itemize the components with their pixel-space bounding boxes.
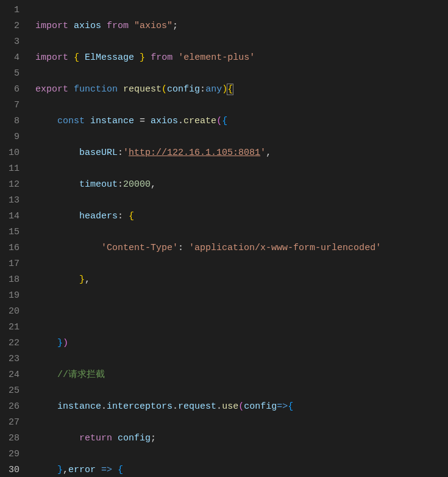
property: interceptors [107,401,172,412]
line-number: 12 [4,177,20,193]
line-number: 18 [4,272,20,288]
line-number: 26 [4,399,20,415]
code-line[interactable]: timeout:20000, [35,177,381,193]
line-number: 1 [4,2,20,18]
code-line[interactable]: baseURL:'http://122.16.1.105:8081', [35,145,381,161]
code-area[interactable]: import axios from "axios"; import { ElMe… [27,0,381,477]
code-line[interactable]: },error => { [35,462,381,477]
identifier: config [118,433,151,443]
line-number: 28 [4,431,20,447]
line-number: 10 [4,145,20,161]
line-number: 22 [4,335,20,351]
line-number: 23 [4,351,20,367]
line-number: 8 [4,113,20,129]
string-literal: 'Content-Type' [101,243,178,253]
code-line[interactable]: return config; [35,431,381,447]
line-number: 29 [4,447,20,462]
line-number: 11 [4,161,20,177]
string-quote: ' [123,148,129,158]
string-quote: ' [260,148,266,158]
line-number: 25 [4,383,20,399]
code-line[interactable]: import axios from "axios"; [35,18,381,34]
param: config [244,401,277,412]
string-literal: "axios" [134,21,172,31]
line-number: 27 [4,415,20,431]
keyword-from: from [107,21,129,31]
code-line[interactable]: }) [35,335,381,351]
code-line[interactable]: }, [35,272,381,288]
line-number: 3 [4,34,20,50]
keyword-from: from [151,52,172,63]
function-name: request [123,84,162,95]
line-number: 2 [4,18,20,34]
url-string: http://122.16.1.105:8081 [129,148,260,158]
identifier: ElMessage [85,52,134,63]
line-number: 24 [4,367,20,383]
string-literal: 'element-plus' [178,52,255,63]
line-number: 17 [4,256,20,272]
property: headers [79,211,118,221]
line-number: 16 [4,240,20,256]
type-any: any [205,84,222,95]
line-number-gutter: 1234567891011121314151617181920212223242… [0,0,27,477]
identifier: axios [151,116,178,126]
cursor: { [227,84,233,95]
param: config [167,84,200,95]
line-number: 13 [4,193,20,209]
keyword-return: return [79,433,112,443]
identifier: instance [57,401,101,412]
keyword-import: import [35,21,68,31]
comment: //请求拦截 [57,370,105,380]
keyword-const: const [57,116,85,126]
keyword-export: export [35,84,68,95]
property: baseURL [79,148,118,158]
identifier: axios [74,21,101,31]
line-number: 4 [4,50,20,66]
code-line[interactable]: headers: { [35,209,381,224]
code-line[interactable]: export function request(config:any){ [35,82,381,98]
line-number: 15 [4,224,20,240]
keyword-function: function [74,84,118,95]
line-number: 21 [4,320,20,335]
code-line[interactable] [35,304,381,320]
property: request [178,401,216,412]
code-editor[interactable]: 1234567891011121314151617181920212223242… [0,0,448,477]
line-number: 14 [4,209,20,224]
code-line[interactable]: 'Content-Type': 'application/x-www-form-… [35,240,381,256]
line-number: 30 [4,462,20,477]
number-literal: 20000 [123,179,151,190]
line-number: 20 [4,304,20,320]
code-line[interactable]: instance.interceptors.request.use(config… [35,399,381,415]
method-name: create [183,116,216,126]
identifier: instance [90,116,134,126]
code-line[interactable]: const instance = axios.create({ [35,113,381,129]
line-number: 6 [4,82,20,98]
code-line[interactable]: //请求拦截 [35,367,381,383]
line-number: 19 [4,288,20,304]
line-number: 5 [4,66,20,82]
method-name: use [222,401,238,412]
line-number: 9 [4,129,20,145]
string-literal: 'application/x-www-form-urlencoded' [189,243,381,253]
line-number: 7 [4,98,20,113]
code-line[interactable]: import { ElMessage } from 'element-plus' [35,50,381,66]
property: timeout [79,179,118,190]
keyword-import: import [35,52,68,63]
param: error [68,465,96,475]
